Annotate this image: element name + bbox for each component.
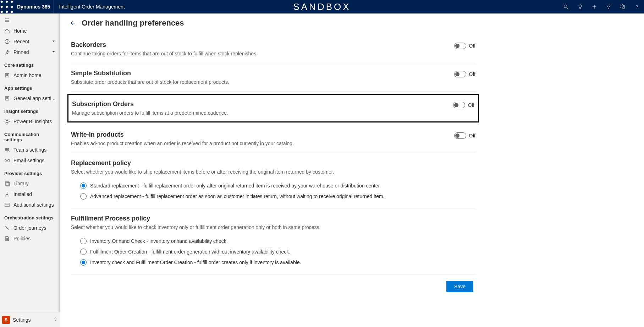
- sidebar-item[interactable]: Teams settings: [0, 145, 60, 155]
- settings-button[interactable]: [616, 0, 630, 13]
- sidebar-item[interactable]: Library: [0, 178, 60, 189]
- radio-label: Fulfillment Order Creation - fulfillment…: [90, 249, 290, 255]
- home-icon: [4, 28, 10, 34]
- radio-option[interactable]: Inventory Onhand Check - inventory onhan…: [80, 236, 475, 246]
- radio-group: Inventory Onhand Check - inventory onhan…: [80, 236, 475, 268]
- chevron-down-icon: [51, 49, 56, 55]
- svg-point-21: [6, 120, 8, 122]
- sidebar-item[interactable]: Email settings: [0, 155, 60, 166]
- svg-rect-19: [5, 73, 9, 77]
- sidebar-item-label: Order journeys: [13, 225, 46, 231]
- toggle-state-label: Off: [469, 43, 475, 49]
- back-button[interactable]: [69, 19, 77, 27]
- insights-button[interactable]: [573, 0, 587, 13]
- svg-point-14: [637, 8, 637, 8]
- menu-icon: [4, 17, 10, 23]
- toggle-switch[interactable]: [454, 43, 466, 49]
- save-button[interactable]: Save: [446, 281, 473, 292]
- radio-option[interactable]: Standard replacement - fulfill replaceme…: [80, 180, 475, 191]
- section-description: Substitute order products that are out o…: [71, 79, 447, 85]
- radio-option[interactable]: Inventory check and Fulfillment Order Cr…: [80, 257, 475, 268]
- filter-button[interactable]: [601, 0, 616, 13]
- area-switcher[interactable]: S Settings: [0, 312, 60, 327]
- nav-home[interactable]: Home: [0, 26, 60, 36]
- sidebar-group-header: App settings: [0, 81, 60, 93]
- nav-item-icon: [4, 72, 10, 78]
- sidebar-item[interactable]: Power Bi Insights: [0, 116, 60, 127]
- clock-icon: [4, 39, 10, 44]
- search-button[interactable]: [559, 0, 573, 13]
- svg-point-2: [11, 1, 13, 3]
- sidebar-item-label: Additional settings: [13, 202, 54, 208]
- radio-option[interactable]: Advanced replacement - fulfill replaceme…: [80, 191, 475, 202]
- chevron-down-icon: [51, 39, 56, 44]
- sidebar-item-label: Pinned: [13, 49, 29, 55]
- nav-pinned[interactable]: Pinned: [0, 47, 60, 58]
- main-content: Order handling preferences BackordersCon…: [60, 13, 644, 327]
- sidebar-item-label: Policies: [13, 236, 31, 241]
- sidebar-item-label: Home: [13, 28, 27, 34]
- section-description: Select whether you would like to ship re…: [71, 169, 475, 175]
- radio-group: Standard replacement - fulfill replaceme…: [80, 180, 475, 202]
- toggle-switch[interactable]: [453, 102, 465, 108]
- sidebar-item-label: Email settings: [13, 158, 44, 163]
- sidebar-item-label: Admin home: [13, 72, 42, 78]
- svg-point-13: [622, 6, 623, 7]
- sidebar-item-label: Power Bi Insights: [13, 119, 52, 124]
- toggle-switch[interactable]: [454, 71, 466, 77]
- sidebar-item[interactable]: Order journeys: [0, 223, 60, 233]
- nav-item-icon: [4, 202, 10, 208]
- svg-rect-27: [5, 203, 9, 207]
- app-launcher-button[interactable]: [0, 0, 13, 13]
- section-title: Subscription Orders: [72, 100, 446, 108]
- environment-badge: SANDBOX: [293, 1, 351, 12]
- setting-section: Replacement policySelect whether you wou…: [71, 153, 475, 208]
- brand-label[interactable]: Dynamics 365: [13, 0, 54, 13]
- radio-icon: [80, 249, 87, 255]
- add-button[interactable]: [587, 0, 601, 13]
- svg-point-1: [6, 1, 8, 3]
- scrollbar[interactable]: [59, 13, 60, 312]
- page-title: Order handling preferences: [82, 18, 184, 28]
- help-button[interactable]: [630, 0, 644, 13]
- section-title: Write-In products: [71, 131, 447, 138]
- svg-point-3: [1, 6, 3, 8]
- sidebar-group-header: Insight settings: [0, 104, 60, 116]
- svg-point-9: [564, 5, 567, 8]
- radio-icon: [80, 259, 87, 266]
- nav-item-icon: [4, 158, 10, 163]
- nav-recent[interactable]: Recent: [0, 36, 60, 47]
- section-description: Select whether you would like to check i…: [71, 224, 475, 230]
- section-title: Backorders: [71, 41, 447, 49]
- radio-option[interactable]: Fulfillment Order Creation - fulfillment…: [80, 246, 475, 257]
- svg-point-7: [6, 11, 8, 13]
- nav-item-icon: [4, 191, 10, 197]
- sidebar-group-header: Core settings: [0, 58, 60, 70]
- toggle-switch[interactable]: [454, 132, 466, 139]
- updown-icon: [53, 317, 58, 323]
- sidebar-item[interactable]: General app setti...: [0, 93, 60, 104]
- sidebar-item-label: Recent: [13, 39, 29, 44]
- sidebar-item-label: Teams settings: [13, 147, 46, 153]
- toggle-state-label: Off: [468, 102, 474, 108]
- setting-section: Fulfillment Process policySelect whether…: [71, 208, 475, 274]
- svg-point-0: [1, 1, 3, 3]
- svg-point-22: [5, 148, 7, 150]
- svg-point-8: [11, 11, 13, 13]
- sidebar-item[interactable]: Additional settings: [0, 200, 60, 210]
- nav-sidebar: Home Recent Pinned Core settingsAdmin ho…: [0, 13, 60, 327]
- toggle-state-label: Off: [469, 133, 475, 138]
- sidebar-item-label: Library: [13, 181, 29, 186]
- radio-icon: [80, 182, 87, 189]
- sidebar-group-header: Orchestration settings: [0, 210, 60, 223]
- sidebar-item[interactable]: Admin home: [0, 70, 60, 81]
- nav-item-icon: [4, 236, 10, 241]
- nav-item-icon: [4, 147, 10, 153]
- sidebar-item[interactable]: Installed: [0, 189, 60, 200]
- nav-item-icon: [4, 181, 10, 186]
- svg-point-5: [11, 6, 13, 8]
- radio-icon: [80, 238, 87, 244]
- nav-hamburger[interactable]: [0, 15, 60, 26]
- sidebar-item[interactable]: Policies: [0, 233, 60, 244]
- nav-item-icon: [4, 225, 10, 231]
